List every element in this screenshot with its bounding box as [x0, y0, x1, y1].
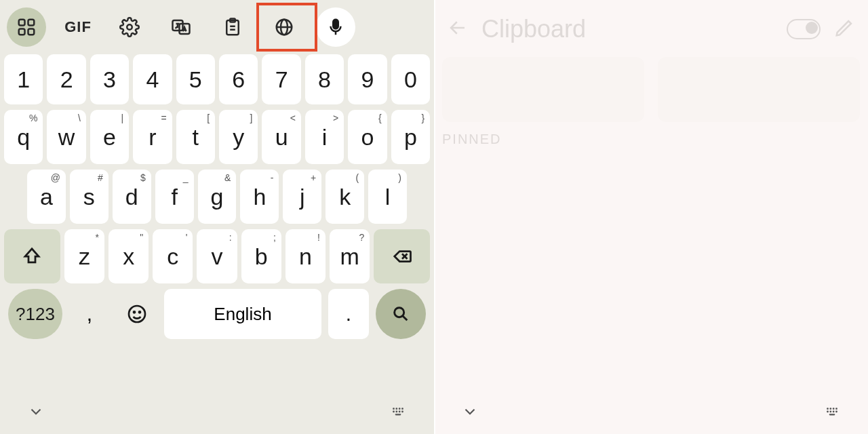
svg-point-30	[401, 411, 403, 413]
bottom-row: ?123 , English .	[4, 289, 430, 339]
key-9[interactable]: 9	[348, 54, 387, 104]
svg-line-22	[403, 316, 407, 320]
key-s[interactable]: s#	[70, 170, 108, 224]
key-e[interactable]: e|	[90, 110, 129, 164]
keyboard-handle-icon[interactable]	[389, 403, 407, 423]
svg-rect-49	[829, 414, 835, 415]
key-5[interactable]: 5	[176, 54, 215, 104]
emoji-key[interactable]	[117, 289, 157, 339]
svg-point-20	[139, 311, 140, 313]
svg-point-48	[835, 411, 837, 413]
key-d[interactable]: d$	[113, 170, 151, 224]
svg-point-26	[401, 408, 403, 410]
svg-rect-1	[28, 20, 35, 26]
svg-point-43	[833, 408, 835, 410]
svg-point-46	[829, 411, 831, 413]
key-r[interactable]: r=	[133, 110, 172, 164]
settings-icon[interactable]	[110, 7, 149, 47]
backspace-key[interactable]	[374, 229, 430, 283]
key-w[interactable]: w\	[47, 110, 85, 164]
svg-rect-2	[19, 29, 25, 35]
svg-point-24	[395, 408, 397, 410]
mic-icon[interactable]	[316, 7, 355, 47]
clipboard-pane: Clipboard PINNED Ar Ar Ar 4. Overlay Net…	[434, 0, 868, 434]
key-x[interactable]: x"	[108, 229, 149, 283]
symbols-key[interactable]: ?123	[8, 289, 62, 339]
key-7[interactable]: 7	[262, 54, 300, 104]
key-6[interactable]: 6	[219, 54, 258, 104]
key-n[interactable]: n!	[285, 229, 326, 283]
overlay-scrim	[434, 0, 868, 434]
key-a[interactable]: a@	[27, 170, 66, 224]
svg-point-4	[127, 24, 132, 30]
key-v[interactable]: v:	[197, 229, 237, 283]
svg-point-18	[129, 306, 145, 322]
key-c[interactable]: c'	[153, 229, 193, 283]
key-1[interactable]: 1	[4, 54, 43, 104]
nav-bar-right	[434, 396, 868, 430]
translate-icon[interactable]	[161, 7, 201, 47]
search-key[interactable]	[376, 289, 426, 339]
key-h[interactable]: h-	[240, 170, 279, 224]
key-q[interactable]: q%	[4, 110, 43, 164]
keyboard-pane: GIF 1 2 3 4 5	[0, 0, 434, 434]
comma-key[interactable]: ,	[69, 289, 110, 339]
spacebar[interactable]: English	[164, 289, 321, 339]
keyboard-handle-icon[interactable]	[823, 403, 841, 423]
key-i[interactable]: i>	[305, 110, 344, 164]
key-j[interactable]: j+	[283, 170, 321, 224]
keyboard-top-toolbar: GIF	[0, 0, 434, 54]
key-0[interactable]: 0	[391, 54, 430, 104]
pane-divider	[434, 0, 435, 434]
key-y[interactable]: y]	[219, 110, 258, 164]
key-b[interactable]: b;	[241, 229, 281, 283]
svg-point-28	[395, 411, 397, 413]
collapse-keyboard-icon[interactable]	[27, 403, 45, 423]
svg-rect-31	[395, 414, 401, 415]
svg-rect-0	[19, 20, 25, 26]
letter-row-2: a@ s# d$ f_ g& h- j+ k( l)	[4, 170, 430, 224]
key-4[interactable]: 4	[133, 54, 172, 104]
key-f[interactable]: f_	[155, 170, 194, 224]
svg-point-47	[833, 411, 835, 413]
key-2[interactable]: 2	[47, 54, 85, 104]
clipboard-highlight	[256, 3, 317, 52]
svg-rect-14	[333, 20, 338, 29]
svg-point-19	[134, 311, 135, 313]
letter-row-1: q% w\ e| r= t[ y] u< i> o{ p}	[4, 110, 430, 164]
svg-rect-3	[28, 29, 35, 35]
key-g[interactable]: g&	[198, 170, 237, 224]
svg-point-25	[399, 408, 401, 410]
key-z[interactable]: z*	[64, 229, 104, 283]
svg-point-44	[835, 408, 837, 410]
svg-point-23	[393, 408, 395, 410]
svg-point-29	[399, 411, 401, 413]
svg-point-42	[829, 408, 831, 410]
key-p[interactable]: p}	[391, 110, 430, 164]
key-m[interactable]: m?	[330, 229, 370, 283]
gif-button[interactable]: GIF	[58, 7, 98, 47]
clipboard-icon[interactable]	[213, 7, 252, 47]
key-u[interactable]: u<	[262, 110, 300, 164]
key-3[interactable]: 3	[90, 54, 129, 104]
collapse-keyboard-icon[interactable]	[461, 403, 479, 423]
key-k[interactable]: k(	[326, 170, 364, 224]
svg-point-45	[827, 411, 829, 413]
svg-point-27	[393, 411, 395, 413]
key-o[interactable]: o{	[348, 110, 387, 164]
number-row: 1 2 3 4 5 6 7 8 9 0	[4, 54, 430, 104]
svg-point-41	[827, 408, 829, 410]
nav-bar-left	[0, 396, 434, 430]
shift-key[interactable]	[4, 229, 60, 283]
key-t[interactable]: t[	[176, 110, 215, 164]
key-l[interactable]: l)	[368, 170, 407, 224]
grid-icon[interactable]	[7, 7, 46, 47]
period-key[interactable]: .	[328, 289, 369, 339]
letter-row-3: z* x" c' v: b; n! m?	[4, 229, 430, 283]
svg-point-21	[395, 308, 404, 317]
key-8[interactable]: 8	[305, 54, 344, 104]
